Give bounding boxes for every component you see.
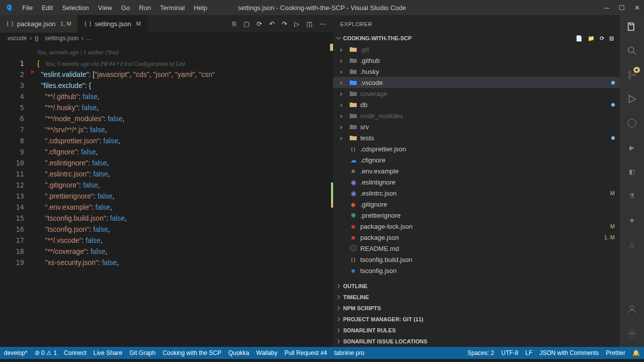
code-line-12[interactable]: ".gitignore": false, [37, 179, 333, 191]
tree-item-node_modules[interactable]: ›node_modules [333, 110, 620, 121]
status-item[interactable]: Pull Request #4 [285, 349, 328, 356]
status-item[interactable]: Cooking with the SCP [163, 349, 221, 356]
tree-item-.cfignore[interactable]: ☁.cfignore [333, 154, 620, 165]
code-line-10[interactable]: ".eslintignore": false, [37, 157, 333, 168]
close-button[interactable]: ✕ [634, 5, 640, 11]
code-line-15[interactable]: "tsconfig.build.json": false, [37, 213, 333, 224]
history-back-icon[interactable]: ↶ [269, 20, 275, 28]
tab-package.json[interactable]: { }package.json1, M [0, 15, 78, 33]
editor[interactable]: 12345678910111213141516171819 You, secon… [0, 44, 333, 347]
tab-settings.json[interactable]: { }settings.jsonM [78, 15, 147, 33]
menu-help[interactable]: Help [190, 2, 211, 14]
section-timeline[interactable]: TIMELINE [333, 292, 620, 303]
tree-item-.git[interactable]: ›.git [333, 44, 620, 55]
tree-item-tsconfig.json[interactable]: ■tsconfig.json [333, 265, 620, 276]
breadcrumb-file[interactable]: settings.json [45, 35, 78, 42]
settings-gear-icon[interactable] [625, 327, 638, 340]
menu-go[interactable]: Go [117, 2, 134, 14]
new-file-icon[interactable]: 📄 [576, 35, 583, 42]
status-item[interactable]: Spaces: 2 [467, 349, 494, 356]
tree-item-.eslintignore[interactable]: ◉.eslintignore [333, 176, 620, 188]
status-item[interactable]: Quokka [228, 349, 249, 356]
code-line-13[interactable]: ".prettierignore": false, [37, 191, 333, 202]
status-item[interactable]: Git Graph [129, 349, 155, 356]
collapse-icon[interactable]: ⊟ [609, 35, 614, 42]
tree-item-tsconfig.build.json[interactable]: {}tsconfig.build.json [333, 254, 620, 265]
code-area[interactable]: You, seconds ago | 1 author (You) { You,… [37, 44, 333, 347]
section-npm-scripts[interactable]: NPM SCRIPTS [333, 303, 620, 314]
menu-edit[interactable]: Edit [38, 2, 57, 14]
code-line-5[interactable]: "**/.husky": false, [37, 102, 333, 113]
azure-icon[interactable]: ◈ [625, 213, 638, 226]
run-icon[interactable]: ▷ [294, 20, 299, 28]
code-line-19[interactable]: "xs-security.json": false, [37, 257, 333, 268]
code-line-1[interactable]: { You, 5 months ago via PR #4 • First Co… [37, 58, 333, 69]
reload-icon[interactable]: ⟳ [257, 20, 262, 28]
breadcrumb-folder[interactable]: .vscode [6, 35, 27, 42]
more-icon[interactable]: ⋯ [319, 20, 326, 28]
tree-item-.gitignore[interactable]: ◆.gitignore [333, 199, 620, 210]
search-icon[interactable] [625, 44, 638, 57]
status-item[interactable]: JSON with Comments [539, 349, 599, 356]
breadcrumb[interactable]: .vscode › {} settings.json › ... [0, 33, 333, 44]
source-control-icon[interactable]: ● [625, 68, 638, 81]
menu-selection[interactable]: Selection [58, 2, 93, 14]
status-item[interactable]: Wallaby [256, 349, 277, 356]
status-item[interactable]: UTF-8 [501, 349, 518, 356]
remote-icon[interactable]: ▶ [625, 141, 638, 154]
maximize-button[interactable]: ☐ [619, 5, 625, 11]
code-line-16[interactable]: "tsconfig.json": false, [37, 224, 333, 235]
status-item[interactable]: tabnine pro [334, 349, 364, 356]
code-line-8[interactable]: ".cdsprettier.json": false, [37, 135, 333, 146]
code-line-14[interactable]: ".env.example": false, [37, 202, 333, 213]
open-preview-icon[interactable]: ▢ [244, 20, 250, 28]
status-item[interactable]: Connect [64, 349, 87, 356]
status-item[interactable]: Prettier [606, 349, 625, 356]
new-folder-icon[interactable]: 📁 [588, 35, 595, 42]
section-outline[interactable]: OUTLINE [333, 281, 620, 292]
docker-icon[interactable]: △ [625, 237, 638, 250]
code-line-9[interactable]: ".cfignore": false, [37, 146, 333, 157]
tree-item-.vscode[interactable]: ›.vscode [333, 77, 620, 88]
tree-item-tests[interactable]: ›tests [333, 132, 620, 143]
code-line-2[interactable]: "eslint.validate": ["javascript", "cds",… [37, 69, 333, 80]
status-item[interactable]: Live Share [94, 349, 122, 356]
tree-item-.eslintrc.json[interactable]: ◉.eslintrc.jsonM [333, 188, 620, 199]
test-icon[interactable]: ⚗ [625, 189, 638, 202]
tree-item-package-lock.json[interactable]: ■package-lock.jsonM [333, 221, 620, 232]
extensions-icon[interactable]: ◧ [625, 165, 638, 178]
code-line-3[interactable]: "files.exclude": { [37, 80, 333, 91]
breadcrumb-rest[interactable]: ... [87, 35, 92, 42]
code-line-7[interactable]: "**/srv/**/*.js": false, [37, 124, 333, 135]
breakpoint-icon[interactable] [31, 70, 34, 74]
tree-item-srv[interactable]: ›srv [333, 121, 620, 132]
menu-file[interactable]: File [18, 2, 37, 14]
split-icon[interactable]: ◫ [306, 20, 312, 28]
history-fwd-icon[interactable]: ↷ [282, 20, 287, 28]
tree-item-README.md[interactable]: ⓘREADME.md [333, 243, 620, 254]
menu-view[interactable]: View [94, 2, 116, 14]
tree-item-.husky[interactable]: ›.husky [333, 66, 620, 77]
toggle-file-icon[interactable]: ⎘ [232, 20, 236, 28]
code-line-11[interactable]: ".eslintrc.json": false, [37, 168, 333, 179]
code-line-17[interactable]: "**/.vscode": false, [37, 235, 333, 246]
tree-item-.github[interactable]: ›.github [333, 55, 620, 66]
explorer-root-header[interactable]: COOKING-WITH-THE-SCP 📄 📁 ⟳ ⊟ [333, 33, 620, 44]
run-debug-icon[interactable] [625, 93, 638, 106]
code-line-4[interactable]: "**/.github": false, [37, 91, 333, 102]
tree-item-coverage[interactable]: ›coverage [333, 88, 620, 99]
minimize-button[interactable]: ─ [604, 5, 610, 11]
status-item[interactable]: develop* [4, 349, 28, 356]
notifications-icon[interactable]: 🔔 [632, 349, 640, 356]
section-sonarlint-issue-locations[interactable]: SONARLINT ISSUE LOCATIONS [333, 336, 620, 347]
tree-item-package.json[interactable]: ■package.json1, M [333, 232, 620, 243]
menu-terminal[interactable]: Terminal [156, 2, 189, 14]
tree-item-.env.example[interactable]: ≡.env.example [333, 165, 620, 176]
account-icon[interactable] [625, 303, 638, 316]
tree-item-db[interactable]: ›db [333, 99, 620, 110]
status-item[interactable]: LF [525, 349, 532, 356]
code-line-18[interactable]: "**/coverage": false, [37, 246, 333, 257]
tree-item-.cdsprettier.json[interactable]: {}.cdsprettier.json [333, 143, 620, 154]
github-icon[interactable] [625, 117, 638, 130]
code-line-6[interactable]: "**/node_modules": false, [37, 113, 333, 124]
